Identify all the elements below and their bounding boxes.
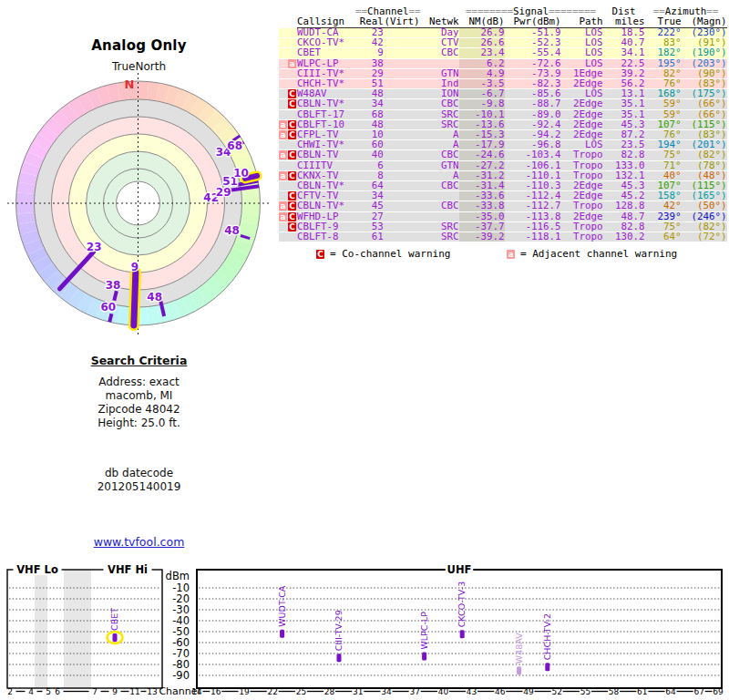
adjacent-channel-warning-icon: a bbox=[279, 171, 287, 180]
channel-tick-label: 58 bbox=[609, 687, 620, 696]
co-channel-warning-icon: C bbox=[288, 201, 296, 211]
adjacent-channel-warning-icon: a bbox=[279, 120, 287, 129]
cell-virt bbox=[384, 119, 421, 129]
dbm-axis-label: dBm bbox=[166, 570, 190, 582]
channel-tick-label: 55 bbox=[580, 687, 590, 696]
cell-warn bbox=[279, 140, 297, 150]
cell-true: 64° bbox=[645, 232, 682, 242]
channel-tick-label: 14 bbox=[191, 687, 202, 696]
vhf-hi-band-label: VHF Hi bbox=[108, 563, 148, 576]
channel-power-chart: VHF LoVHF HiUHFdBm-10-20-30-40-50-60-70-… bbox=[0, 558, 729, 700]
co-channel-warning-icon: C bbox=[288, 150, 296, 160]
cell-warn bbox=[279, 68, 297, 78]
station-marker bbox=[337, 654, 342, 662]
cell-warn: C bbox=[279, 99, 297, 109]
signal-spoke bbox=[109, 314, 111, 322]
cell-warn: aC bbox=[279, 150, 297, 160]
channel-tick-label: 2 bbox=[7, 687, 13, 696]
cell-warn: C bbox=[279, 191, 297, 201]
co-channel-legend: C= Co-channel warning bbox=[316, 248, 450, 260]
cell-warn bbox=[279, 38, 297, 48]
adjacent-channel-warning-icon: a bbox=[288, 59, 296, 68]
signal-spoke bbox=[114, 291, 117, 300]
cell-nm: -39.2 bbox=[459, 232, 505, 242]
cell-virt bbox=[384, 160, 421, 170]
channel-tick-label: 34 bbox=[381, 687, 392, 696]
tvfool-link[interactable]: www.tvfool.com bbox=[36, 535, 241, 549]
channel-tick-label: 31 bbox=[353, 687, 363, 696]
cell-warn bbox=[279, 109, 297, 119]
co-channel-warning-icon: C bbox=[288, 171, 296, 180]
channel-tick-label: 28 bbox=[324, 687, 335, 696]
cell-warn bbox=[279, 160, 297, 170]
spoke-channel-label: 23 bbox=[87, 241, 102, 253]
channel-tick-label: 69 bbox=[713, 687, 724, 696]
vhf-lo-band-label: VHF Lo bbox=[16, 563, 58, 576]
station-marker bbox=[280, 630, 284, 638]
cell-virt bbox=[384, 170, 421, 180]
co-channel-warning-icon: C bbox=[288, 89, 296, 98]
cell-virt bbox=[384, 109, 421, 119]
signal-table: ==Channel== ========Signal======== Dist … bbox=[279, 6, 727, 242]
station-marker-label: W48AV bbox=[514, 633, 524, 664]
cell-warn bbox=[279, 232, 297, 242]
cell-virt bbox=[384, 38, 421, 48]
cell-virt bbox=[384, 150, 421, 160]
cell-warn bbox=[279, 79, 297, 89]
search-criteria-title: Search Criteria bbox=[36, 354, 241, 367]
co-channel-warning-icon: C bbox=[288, 99, 296, 108]
channel-tick-label: 16 bbox=[210, 687, 221, 696]
spoke-channel-label: 10 bbox=[233, 167, 249, 180]
spoke-channel-label: 38 bbox=[106, 279, 121, 292]
channel-tick-label: 22 bbox=[267, 687, 277, 696]
cell-callsign: CBLFT-8 bbox=[297, 232, 355, 242]
station-marker bbox=[460, 630, 465, 638]
cell-virt bbox=[384, 28, 421, 38]
cell-warn: a bbox=[279, 58, 297, 68]
channel-tick-label: 61 bbox=[637, 687, 647, 696]
cell-warn: aC bbox=[279, 170, 297, 180]
cell-miles: 130.2 bbox=[603, 232, 645, 242]
cell-virt bbox=[384, 232, 421, 242]
channel-tick-label: 9 bbox=[112, 687, 118, 696]
cell-warn bbox=[279, 181, 297, 191]
co-channel-warning-icon: C bbox=[288, 191, 296, 201]
cell-virt bbox=[384, 191, 421, 201]
cell-netwk: SRC bbox=[421, 232, 459, 242]
db-datecode-label: db datecode bbox=[36, 467, 241, 480]
cell-virt bbox=[384, 201, 421, 211]
spoke-channel-label: 60 bbox=[100, 301, 116, 314]
spoke-channel-label: 48 bbox=[224, 224, 240, 237]
search-zip-line: Zipcode 48042 bbox=[36, 403, 241, 417]
cell-warn: aC bbox=[279, 119, 297, 129]
station-marker-label: CKCO-TV-3 bbox=[457, 582, 467, 628]
col-virt: (Virt) bbox=[384, 16, 421, 28]
tvfool-report: Analog Only TrueNorth N92338604842295110… bbox=[0, 0, 729, 700]
cell-warn: C bbox=[279, 221, 297, 232]
azimuth-radar-chart: N92338604842295110346848 bbox=[5, 71, 273, 340]
signal-spoke bbox=[134, 273, 136, 325]
cell-netwk: CBC bbox=[421, 48, 459, 58]
cell-virt bbox=[384, 89, 421, 99]
spoke-channel-label: 48 bbox=[147, 291, 162, 304]
db-datecode-value: 201205140019 bbox=[36, 480, 241, 494]
station-marker-label: CHCH-TV-2 bbox=[542, 613, 552, 660]
adjacent-channel-warning-icon: a bbox=[279, 150, 287, 160]
cell-warn bbox=[279, 48, 297, 58]
co-channel-warning-icon: C bbox=[288, 222, 296, 232]
cell-virt bbox=[384, 48, 421, 58]
channel-tick-label: 37 bbox=[409, 687, 419, 696]
station-marker bbox=[113, 633, 118, 642]
search-address-line: Address: exact bbox=[36, 376, 241, 389]
co-channel-warning-icon: C bbox=[288, 130, 296, 139]
channel-tick-label: 52 bbox=[551, 687, 561, 696]
cell-virt bbox=[384, 58, 421, 68]
cell-virt bbox=[384, 79, 421, 89]
adjacent-channel-warning-icon: a bbox=[279, 130, 287, 139]
co-channel-warning-icon: C bbox=[288, 120, 296, 129]
cell-pwr: -118.1 bbox=[505, 232, 561, 242]
cell-warn: aC bbox=[279, 201, 297, 211]
uhf-band-label: UHF bbox=[447, 563, 472, 576]
table-row: CBLFT-861SRC-39.2-118.1Tropo130.264°(72°… bbox=[279, 232, 727, 242]
cell-virt bbox=[384, 130, 421, 140]
